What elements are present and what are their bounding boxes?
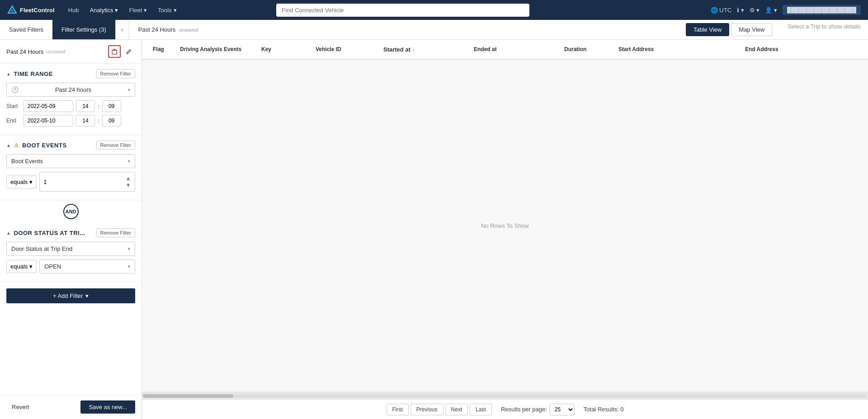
- nav-analytics[interactable]: Analytics ▾: [85, 4, 123, 16]
- time-range-section: ▲ TIME RANGE Remove Filter 🕐 Past 24 hou…: [0, 64, 142, 135]
- stepper-arrows[interactable]: ▲ ▼: [125, 175, 131, 188]
- sidebar-action-buttons: [108, 45, 135, 58]
- boot-events-dropdown-arrow: ▾: [128, 159, 130, 164]
- sort-icon: ↓: [412, 47, 415, 52]
- user-badge: ██████████████████: [783, 5, 861, 15]
- scroll-thumb[interactable]: [143, 394, 233, 398]
- map-view-button[interactable]: Map View: [731, 23, 772, 36]
- nav-hub[interactable]: Hub: [64, 4, 84, 16]
- door-status-value[interactable]: OPEN ▾: [39, 259, 135, 273]
- boot-events-operator[interactable]: equals ▾: [6, 175, 37, 188]
- revert-button[interactable]: Revert: [6, 400, 34, 414]
- boot-events-chevron[interactable]: ▲: [6, 143, 11, 148]
- column-header-flag[interactable]: Flag: [149, 46, 176, 52]
- last-page-button[interactable]: Last: [470, 404, 492, 415]
- add-filter-button[interactable]: + Add Filter ▾: [6, 288, 135, 303]
- save-as-new-button[interactable]: Save as new...: [80, 400, 135, 414]
- end-hour-input[interactable]: [76, 115, 95, 127]
- sidebar-header: Past 24 Hours unsaved: [0, 40, 142, 64]
- filter-sidebar: Past 24 Hours unsaved: [0, 40, 142, 419]
- page-title: Past 24 Hours: [138, 26, 175, 33]
- per-page-select[interactable]: 25 50 100: [550, 404, 575, 415]
- and-connector: AND: [0, 204, 142, 219]
- page-title-area: Past 24 Hours unsaved: [129, 26, 207, 33]
- table-header: Flag Driving Analysis Events Key Vehicle…: [142, 40, 868, 60]
- first-page-button[interactable]: First: [387, 404, 409, 415]
- boot-events-section: ▲ ⚠ BOOT EVENTS Remove Filter Boot Event…: [0, 135, 142, 200]
- door-status-remove-button[interactable]: Remove Filter: [96, 228, 135, 237]
- column-header-end-address[interactable]: End Address: [741, 46, 861, 52]
- start-label: Start: [6, 103, 21, 109]
- per-page-selector: Results per page: 25 50 100: [501, 404, 575, 415]
- scroll-track: [143, 394, 867, 398]
- door-status-title: ▲ DOOR STATUS AT TRI...: [6, 230, 85, 236]
- help-button[interactable]: ℹ ▾: [737, 7, 744, 14]
- brand-name: FleetControl: [20, 7, 55, 14]
- door-status-chevron[interactable]: ▲: [6, 231, 11, 235]
- column-header-duration[interactable]: Duration: [561, 46, 615, 52]
- search-input[interactable]: [276, 4, 529, 17]
- view-toggle: Table View Map View Select a Trip to sho…: [686, 23, 868, 36]
- end-min-input[interactable]: [102, 115, 121, 127]
- and-circle-label: AND: [63, 204, 79, 219]
- nav-tools[interactable]: Tools ▾: [153, 4, 181, 16]
- sidebar-bottom-actions: Revert Save as new...: [0, 395, 142, 419]
- start-date-input[interactable]: [24, 100, 73, 112]
- door-status-operator[interactable]: equals ▾: [6, 260, 37, 273]
- start-date-row: Start :: [6, 100, 135, 112]
- sub-left-buttons: Saved Filters Filter Settings (3): [0, 20, 116, 39]
- column-header-key[interactable]: Key: [258, 46, 312, 52]
- column-header-start-address[interactable]: Start Address: [615, 46, 741, 52]
- start-min-input[interactable]: [102, 100, 121, 112]
- next-page-button[interactable]: Next: [445, 404, 468, 415]
- pagination-bar: First Previous Next Last Results per pag…: [142, 399, 868, 419]
- search-bar[interactable]: [276, 4, 529, 17]
- table-body-empty: No Rows To Show: [142, 60, 868, 392]
- table-view-button[interactable]: Table View: [686, 23, 730, 36]
- user-button[interactable]: 👤 ▾: [765, 7, 777, 14]
- start-hour-input[interactable]: [76, 100, 95, 112]
- sidebar-spacer: [0, 310, 142, 395]
- per-page-label: Results per page:: [501, 406, 547, 413]
- sub-header: Saved Filters Filter Settings (3) ‹ Past…: [0, 20, 868, 40]
- time-range-chevron[interactable]: ▲: [6, 71, 11, 76]
- total-results: Total Results: 0: [584, 406, 624, 413]
- column-header-vehicle[interactable]: Vehicle ID: [312, 46, 380, 52]
- column-header-started[interactable]: Started at ↓: [380, 46, 470, 53]
- door-status-header: ▲ DOOR STATUS AT TRI... Remove Filter: [6, 228, 135, 237]
- timezone-selector[interactable]: 🌐 UTC: [711, 7, 731, 14]
- settings-button[interactable]: ⚙ ▾: [750, 7, 760, 14]
- nav-fleet[interactable]: Fleet ▾: [124, 4, 151, 16]
- end-date-input[interactable]: [24, 115, 73, 127]
- horizontal-scrollbar[interactable]: [142, 392, 868, 399]
- sidebar-unsaved-text: unsaved: [46, 49, 65, 54]
- end-date-row: End :: [6, 115, 135, 127]
- edit-filter-button[interactable]: [123, 45, 135, 58]
- main-content: Past 24 Hours unsaved: [0, 40, 868, 419]
- door-status-dropdown[interactable]: Door Status at Trip End ▾: [6, 242, 135, 256]
- time-range-dropdown[interactable]: 🕐 Past 24 hours ▾: [6, 83, 135, 97]
- delete-filter-button[interactable]: [108, 45, 121, 58]
- boot-events-dropdown[interactable]: Boot Events ▾: [6, 154, 135, 168]
- boot-events-filter-row: equals ▾ 1 ▲ ▼: [6, 172, 135, 192]
- column-header-events[interactable]: Driving Analysis Events: [176, 46, 258, 52]
- time-range-header: ▲ TIME RANGE Remove Filter: [6, 69, 135, 78]
- previous-page-button[interactable]: Previous: [410, 404, 443, 415]
- time-range-title: ▲ TIME RANGE: [6, 71, 53, 77]
- warning-icon: ⚠: [14, 142, 19, 149]
- time-range-dropdown-arrow: ▾: [128, 87, 130, 92]
- svg-rect-2: [112, 50, 117, 54]
- empty-message: No Rows To Show: [481, 222, 529, 229]
- time-range-remove-button[interactable]: Remove Filter: [96, 69, 135, 78]
- boot-events-value[interactable]: 1 ▲ ▼: [39, 172, 135, 192]
- boot-events-remove-button[interactable]: Remove Filter: [96, 141, 135, 150]
- sidebar-collapse-button[interactable]: ‹: [116, 20, 129, 39]
- filter-settings-button[interactable]: Filter Settings (3): [52, 20, 115, 39]
- door-status-dropdown-arrow: ▾: [128, 246, 130, 251]
- brand-logo[interactable]: FleetControl: [7, 5, 55, 15]
- nav-links: Hub Analytics ▾ Fleet ▾ Tools ▾: [64, 4, 181, 16]
- sidebar-title-text: Past 24 Hours: [6, 48, 43, 55]
- saved-filters-button[interactable]: Saved Filters: [0, 20, 52, 39]
- column-header-ended[interactable]: Ended at: [470, 46, 561, 52]
- nav-right-icons: 🌐 UTC ℹ ▾ ⚙ ▾ 👤 ▾ ██████████████████: [711, 5, 861, 15]
